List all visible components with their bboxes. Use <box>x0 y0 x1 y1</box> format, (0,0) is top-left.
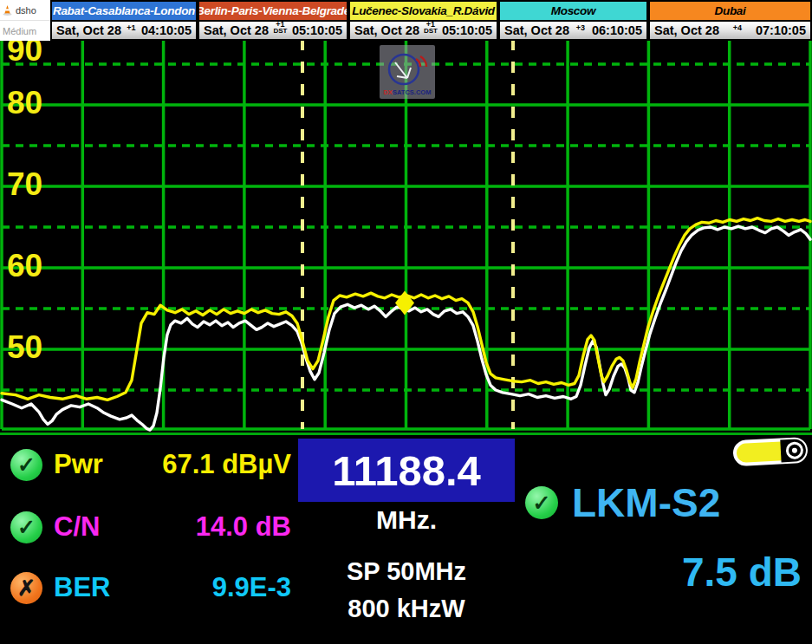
clock-date: Sat, Oct 28 <box>354 23 419 37</box>
clock-utc-offset: +1DST <box>270 21 289 35</box>
clock-panel-1: Rabat-Casablanca-LondonSat, Oct 28+104:1… <box>50 0 198 41</box>
clock-date: Sat, Oct 28 <box>204 23 269 37</box>
reading-value: 9.9E-3 <box>110 572 291 603</box>
clock-panel-4: MoscowSat, Oct 28+306:10:05 <box>498 0 648 41</box>
clock-utc-offset: +3 <box>574 24 588 31</box>
vlc-title-fragment: dsho <box>0 0 50 21</box>
vlc-cone-icon <box>3 5 12 16</box>
frequency-unit: MHz. <box>298 505 515 535</box>
y-axis-label: 80 <box>7 85 42 120</box>
frequency-value: 11188.4 <box>332 446 481 495</box>
reading-value: 14.0 dB <box>100 511 291 543</box>
y-axis-label: 50 <box>7 329 42 365</box>
clock-time: 05:10:05 <box>442 23 492 37</box>
reading-row-ber: ✗BER9.9E-3 <box>10 567 291 608</box>
clock-city: Rabat-Casablanca-London <box>52 2 196 22</box>
reading-value: 67.1 dBµV <box>103 449 291 480</box>
lock-standard: ✓ LKM-S2 <box>525 479 720 526</box>
reading-label: C/N <box>54 511 100 543</box>
clock-panel-5: DubaiSat, Oct 28+407:10:05 <box>648 0 812 41</box>
dxsatcs-watermark: DXSATCS.COM <box>380 45 435 99</box>
status-ok-icon: ✓ <box>10 449 42 481</box>
clock-time: 04:10:05 <box>141 23 192 37</box>
y-axis-label: 70 <box>7 166 42 202</box>
reading-label: BER <box>54 572 110 603</box>
watermark-brand: DXSATCS.COM <box>384 88 432 99</box>
clock-city: Dubai <box>650 2 810 22</box>
clock-time-row: Sat, Oct 28+306:10:05 <box>500 22 646 39</box>
satellite-dish-icon <box>385 52 430 88</box>
clock-time: 06:10:05 <box>592 23 642 37</box>
reading-row-cn: ✓C/N14.0 dB <box>10 506 291 548</box>
clock-time: 05:10:05 <box>292 23 342 37</box>
y-axis-label: 60 <box>7 248 42 283</box>
link-margin-value: 7.5 dB <box>682 549 802 595</box>
clock-time-row: Sat, Oct 28+104:10:05 <box>52 22 196 39</box>
top-clock-bar: dsho Médium Rabat-Casablanca-LondonSat, … <box>0 0 812 41</box>
battery-icon <box>731 436 812 469</box>
lock-ok-icon: ✓ <box>525 486 558 519</box>
clock-city: Moscow <box>500 2 646 22</box>
clock-time-row: Sat, Oct 28+1DST05:10:05 <box>350 22 497 39</box>
clock-utc-offset: +4 <box>731 24 744 31</box>
bandwidth-setting: 800 kHzW <box>298 595 515 623</box>
clock-panel-3: Lučenec-Slovakia_R.DávidSat, Oct 28+1DST… <box>348 0 498 41</box>
clock-time: 07:10:05 <box>756 23 806 37</box>
clock-date: Sat, Oct 28 <box>654 23 719 37</box>
clock-time-row: Sat, Oct 28+407:10:05 <box>650 22 810 39</box>
vlc-menu-item-media[interactable]: Médium <box>0 21 50 41</box>
clock-city: Berlin-Paris-Vienna-Belgrade <box>199 2 347 22</box>
clock-utc-offset: +1DST <box>421 21 440 35</box>
clock-date: Sat, Oct 28 <box>56 23 121 37</box>
clock-date: Sat, Oct 28 <box>504 23 569 37</box>
vlc-title-text: dsho <box>16 5 36 16</box>
clock-time-row: Sat, Oct 28+1DST05:10:05 <box>199 22 347 39</box>
vlc-window-fragment: dsho Médium <box>0 0 50 41</box>
status-ok-icon: ✓ <box>10 511 42 543</box>
reading-label: Pwr <box>54 449 103 480</box>
frequency-display[interactable]: 11188.4 <box>298 439 515 502</box>
span-setting: SP 50MHz <box>298 557 515 586</box>
status-fail-icon: ✗ <box>10 572 42 604</box>
clock-city: Lučenec-Slovakia_R.Dávid <box>350 2 497 22</box>
measurement-panel: ✓Pwr67.1 dBµV✓C/N14.0 dB✗BER9.9E-3 11188… <box>0 436 812 644</box>
reading-row-pwr: ✓Pwr67.1 dBµV <box>10 444 291 485</box>
clock-panels: Rabat-Casablanca-LondonSat, Oct 28+104:1… <box>50 0 812 41</box>
clock-panel-2: Berlin-Paris-Vienna-BelgradeSat, Oct 28+… <box>198 0 348 41</box>
standard-label: LKM-S2 <box>572 479 720 526</box>
clock-utc-offset: +1 <box>124 24 138 31</box>
